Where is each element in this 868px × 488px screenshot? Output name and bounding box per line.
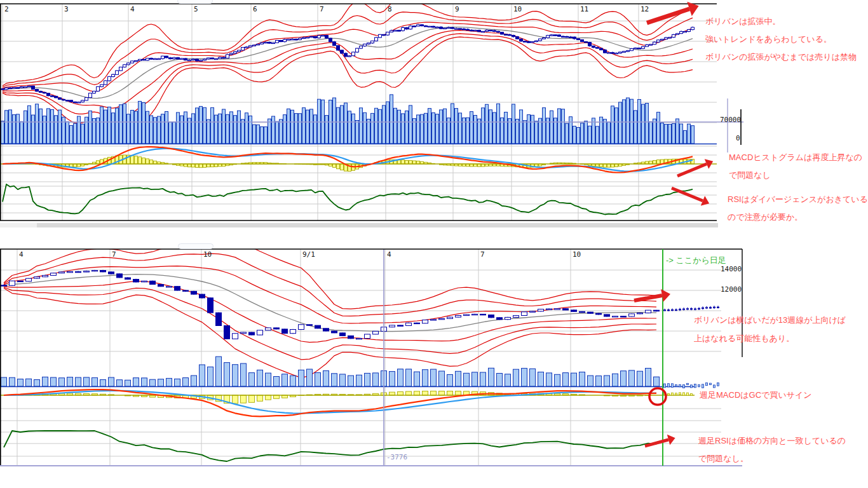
tooltip-remnant-bottom	[178, 243, 214, 249]
daily-chart	[0, 0, 717, 220]
rsi-arrow	[672, 188, 709, 206]
weekly-chart-grid	[0, 249, 721, 466]
tooltip-remnant-top	[177, 0, 213, 4]
weekly-chart-bollinger-bands	[4, 238, 656, 377]
rsi-arrow	[645, 435, 675, 446]
weekly-chart-volume	[0, 356, 696, 386]
daily-chart-macd	[0, 147, 717, 173]
daily-chart-candles	[1, 24, 695, 104]
weekly-chart-border	[0, 249, 742, 466]
golden-cross-circle	[649, 388, 666, 405]
horizontal-scrollbar[interactable]	[0, 223, 718, 227]
price-arrow	[634, 289, 670, 302]
weekly-chart	[0, 238, 721, 466]
weekly-chart-macd	[0, 390, 695, 416]
daily-tail	[664, 306, 719, 395]
chart-analysis-page: 70000 0 14000 12000 -3776 ボリバンは拡張中。 強いトレ…	[0, 0, 868, 488]
daily-chart-rsi	[3, 184, 693, 215]
weekly-chart-candles	[1, 270, 660, 339]
scrollbar-track-light	[0, 223, 37, 227]
weekly-chart-rsi	[4, 431, 656, 461]
charts-canvas[interactable]	[0, 0, 868, 488]
trend-arrow	[647, 2, 699, 23]
